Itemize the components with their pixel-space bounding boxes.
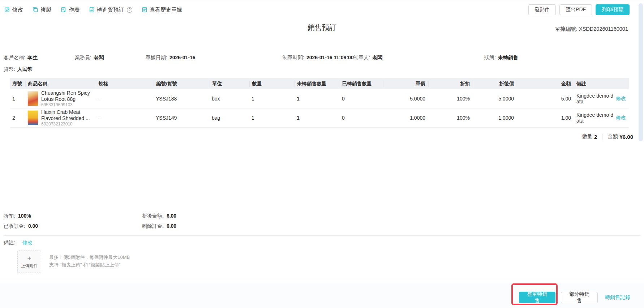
transfer-icon [89,7,95,13]
upload-hint-line1: 最多上傳5個附件，每個附件最大10MB [49,253,130,261]
copy-action[interactable]: 複製 [33,7,51,13]
product-name: Chuangshi Ren Spicy Lotus Root 88g [41,90,95,102]
remark-text: Kingdee demo data [576,112,616,124]
cell-qty: 1 [249,96,295,102]
remark-edit-link[interactable]: 修改 [22,240,33,245]
row-edit-link[interactable]: 修改 [616,115,626,121]
cell-unit-price: 1.0000 [383,115,428,121]
field-status-label: 狀態: [484,55,496,60]
field-document-date: 單據日期:2026-01-16 [146,55,196,61]
header-product-name: 商品名稱 [25,81,96,87]
field-customer: 客戶名稱:李生 [4,55,38,61]
total-discount-value: 100% [18,213,31,219]
cell-spec: -- [96,115,154,121]
view-history-action[interactable]: 查看歷史單據 [142,7,182,13]
cell-converted-qty: 0 [340,96,383,102]
void-action[interactable]: 作廢 [61,7,80,13]
cell-seq: 2 [10,115,25,121]
void-icon [61,7,66,13]
cell-qty: 1 [249,115,295,121]
header-qty: 數量 [249,81,295,87]
field-salesperson: 業務員:老闆 [75,55,104,61]
partial-convert-sale-button[interactable]: 部分轉銷售 [561,292,598,303]
summary-amount-value: ¥6.00 [619,134,633,140]
full-convert-sale-button[interactable]: 整單轉銷售 [519,292,555,303]
header-discounted-price: 折後價 [473,81,517,87]
header-converted-qty: 已轉銷售數量 [340,81,383,87]
cell-remark: Kingdee demo data 修改 [574,108,629,127]
document-number: 單據編號: XSDD202601160001 [555,26,628,33]
help-icon[interactable]: ? [127,7,132,13]
print-preview-button[interactable]: 列印/預覽 [596,4,630,15]
table-summary: 數量 2 金額 ¥6.00 [582,133,633,140]
cell-discount: 100% [428,96,473,102]
cell-discount: 100% [428,115,473,121]
product-barcode: 6920732123010 [41,121,95,127]
page-title: 銷售預訂 [0,23,644,33]
cell-converted-qty: 0 [340,115,383,121]
remark-text: Kingdee demo data [576,93,616,104]
field-creator: 制單人:老闆 [353,55,382,61]
field-creator-value: 老闆 [372,55,382,60]
summary-amount-label: 金額 [607,133,618,140]
header-unconverted-qty: 未轉銷售數量 [295,81,340,87]
convert-purchase-preorder-action[interactable]: 轉進貨預訂 ? [89,7,132,13]
footer-bar: 整單轉銷售 部分轉銷售 轉銷售記錄 [0,283,644,308]
field-currency-value: 人民幣 [17,66,33,72]
header-unit: 單位 [210,81,249,87]
product-image[interactable] [27,91,38,106]
cell-product: Haixin Crab Meat Flavored Shredded ... 6… [25,109,96,126]
field-document-date-label: 單據日期: [146,55,167,60]
total-discount: 折扣:100% [4,213,31,219]
total-discounted-amount-label: 折後金額: [142,213,164,219]
header-seq: 序號 [10,81,25,87]
cell-unit: bag [210,115,249,121]
void-action-label: 作廢 [69,7,80,13]
field-status: 狀態:未轉銷售 [484,55,518,61]
table-header-row: 序號 商品名稱 規格 編號/貨號 單位 數量 未轉銷售數量 已轉銷售數量 單價 … [10,78,629,89]
product-info: Haixin Crab Meat Flavored Shredded ... 6… [41,109,95,126]
product-barcode: 6953319699103 [41,102,95,107]
field-document-date-value: 2026-01-16 [169,55,196,60]
total-received-deposit-value: 0.00 [28,223,38,229]
cell-unconverted-qty: 1 [295,115,340,121]
total-discounted-amount: 折後金額:6.00 [142,213,176,219]
total-remaining-deposit: 剩餘訂金:0.00 [142,223,176,230]
field-creator-label: 制單人: [353,55,370,60]
field-currency: 貨幣:人民幣 [4,66,33,73]
convert-sale-record-link[interactable]: 轉銷售記錄 [605,294,630,301]
table-row: 2 Haixin Crab Meat Flavored Shredded ...… [10,108,629,128]
header-discount: 折扣 [428,81,473,87]
header-amount: 金額 [517,81,574,87]
field-customer-value: 李生 [27,55,38,60]
remark-section: 備註: 修改 [4,240,33,246]
total-remaining-deposit-label: 剩餘訂金: [142,223,164,229]
field-created-time: 制單時間:2026-01-16 11:09:00 [283,55,354,61]
export-pdf-button[interactable]: 匯出PDF [559,4,592,15]
convert-purchase-preorder-label: 轉進貨預訂 [97,7,124,13]
field-created-time-label: 制單時間: [283,55,304,60]
summary-qty-label: 數量 [582,133,592,140]
row-edit-link[interactable]: 修改 [616,95,626,102]
remark-label: 備註: [4,240,15,245]
total-remaining-deposit-value: 0.00 [167,223,176,229]
vertical-scrollbar[interactable] [639,3,643,141]
upload-attachment-button[interactable]: + 上傳附件 [17,251,41,273]
copy-icon [33,7,38,13]
header-unit-price: 單價 [383,81,428,87]
send-email-button[interactable]: 發郵件 [528,4,556,15]
items-table: 序號 商品名稱 規格 編號/貨號 單位 數量 未轉銷售數量 已轉銷售數量 單價 … [10,78,629,128]
section-divider [4,235,640,236]
product-info: Chuangshi Ren Spicy Lotus Root 88g 69533… [41,90,95,107]
cell-code: YSSJ149 [154,115,210,121]
copy-action-label: 複製 [40,7,51,13]
header-remark: 備註 [574,78,629,89]
edit-action[interactable]: 修改 [4,7,23,13]
product-image[interactable] [27,110,38,125]
edit-action-label: 修改 [12,7,23,13]
upload-attachment-label: 上傳附件 [21,263,38,269]
table-row: 1 Chuangshi Ren Spicy Lotus Root 88g 695… [10,89,629,108]
upload-hints: 最多上傳5個附件，每個附件最大10MB 支持 “拖曳上傳” 和 “複製貼上上傳” [49,253,130,269]
history-icon [142,7,147,13]
total-discount-label: 折扣: [4,213,15,219]
